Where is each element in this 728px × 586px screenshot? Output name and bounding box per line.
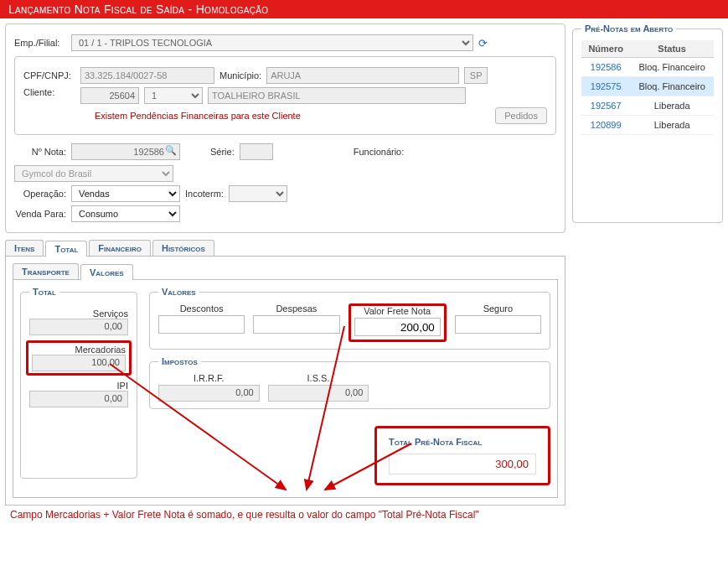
valores-fieldset: Valores Descontos Despesas [149,287,550,350]
empresa-fieldset: Emp./Filial: 01 / 1 - TRIPLOS TECNOLOGIA… [5,23,565,233]
tab-total[interactable]: Total [45,241,87,257]
explanation-note: Campo Mercadorias + Valor Frete Nota é s… [5,506,565,529]
pre-notas-fieldset: Pré-Notas em Aberto Número Status 192586… [572,23,723,223]
funcionario-label: Funcionário: [354,147,405,157]
ipi-value: 0,00 [29,391,128,407]
serie-label: Série: [210,147,235,157]
col-status: Status [630,40,714,58]
pre-nota-status: Bloq. Financeiro [630,58,714,77]
iss-value: 0,00 [268,385,369,402]
cliente-label: Cliente: [23,87,75,97]
total-pre-nota-value: 300,00 [389,454,536,475]
total-fieldset: Total Serviços 0,00 Mercadorias 100,00 I… [20,287,137,479]
tab-transporte[interactable]: Transporte [13,263,79,279]
pendencia-warning: Existem Pendências Financeiras para este… [95,111,301,121]
irrf-value: 0,00 [158,385,260,402]
page-title: Lançamento Nota Fiscal de Saída - Homolo… [0,0,728,18]
pre-nota-numero[interactable]: 192567 [581,96,630,116]
descontos-input[interactable] [158,315,245,334]
incoterm-select[interactable] [229,185,287,202]
impostos-fieldset: Impostos I.R.R.F. 0,00 I.S.S. 0,00 [149,356,550,409]
pre-notas-legend: Pré-Notas em Aberto [581,23,676,34]
tab-financeiro[interactable]: Financeiro [89,240,151,256]
frete-input[interactable] [354,318,441,336]
valores-legend: Valores [158,287,199,297]
col-numero: Número [581,40,630,58]
operacao-select[interactable]: Vendas [71,185,180,202]
pre-nota-status: Liberada [630,116,714,135]
sub-tabs: Transporte Valores [13,263,558,280]
uf-input[interactable] [464,67,488,84]
pre-nota-numero[interactable]: 192575 [581,77,630,96]
pre-nota-numero[interactable]: 192586 [581,58,630,77]
municipio-label: Município: [219,70,261,80]
cpf-input[interactable] [80,67,214,84]
tab-historicos[interactable]: Históricos [152,240,214,256]
mercadorias-highlight: Mercadorias 100,00 [26,340,132,376]
descontos-header: Descontos [158,303,245,314]
irrf-header: I.R.R.F. [158,373,260,383]
serie-input[interactable] [240,143,273,160]
cliente-name-input[interactable] [208,87,466,104]
frete-header: Valor Frete Nota [354,306,441,316]
seguro-header: Seguro [455,303,541,314]
cpf-label: CPF/CNPJ: [23,70,75,80]
venda-para-select[interactable]: Consumo [71,205,180,222]
operacao-label: Operação: [14,189,66,199]
table-row[interactable]: 192586Bloq. Financeiro [581,58,714,77]
table-row[interactable]: 120899Liberada [581,116,714,135]
funcionario-select[interactable]: Gymcol do Brasil [14,165,173,182]
servicos-label: Serviços [29,309,128,319]
impostos-legend: Impostos [158,356,201,366]
seguro-input[interactable] [455,315,541,334]
mercadorias-value: 100,00 [32,355,126,371]
nota-num-label: Nº Nota: [14,147,66,157]
refresh-icon[interactable]: ⟳ [478,37,488,49]
tab-itens[interactable]: Itens [5,240,44,256]
incoterm-label: Incoterm: [185,189,224,199]
cliente-code-input[interactable] [80,87,139,104]
municipio-input[interactable] [266,67,459,84]
table-row[interactable]: 192575Bloq. Financeiro [581,77,714,96]
total-legend: Total [29,287,59,297]
pre-nota-numero[interactable]: 120899 [581,116,630,135]
pedidos-button[interactable]: Pedidos [495,107,547,124]
total-pre-nota-title: Total Pré-Nota Fiscal [389,437,536,447]
ipi-label: IPI [29,381,128,391]
nota-num-input[interactable] [71,143,180,160]
pre-nota-status: Bloq. Financeiro [630,77,714,96]
emp-select[interactable]: 01 / 1 - TRIPLOS TECNOLOGIA [71,34,473,51]
search-icon[interactable]: 🔍 [165,145,177,156]
mercadorias-label: Mercadorias [32,345,126,355]
total-pre-nota-box: Total Pré-Nota Fiscal 300,00 [374,426,550,485]
table-row[interactable]: 192567Liberada [581,96,714,116]
despesas-input[interactable] [253,315,339,334]
iss-header: I.S.S. [268,373,369,383]
frete-highlight: Valor Frete Nota [349,303,447,342]
emp-label: Emp./Filial: [14,38,66,48]
pre-notas-table: Número Status 192586Bloq. Financeiro1925… [581,40,714,135]
venda-para-label: Venda Para: [14,209,66,219]
cliente-fieldset: CPF/CNPJ: Município: Cliente: 1 Existem … [14,56,556,135]
tab-valores[interactable]: Valores [80,264,133,280]
cliente-seq-select[interactable]: 1 [144,87,203,104]
despesas-header: Despesas [253,303,339,314]
pre-nota-status: Liberada [630,96,714,116]
servicos-value: 0,00 [29,319,128,335]
main-tabs: Itens Total Financeiro Históricos [5,240,565,257]
